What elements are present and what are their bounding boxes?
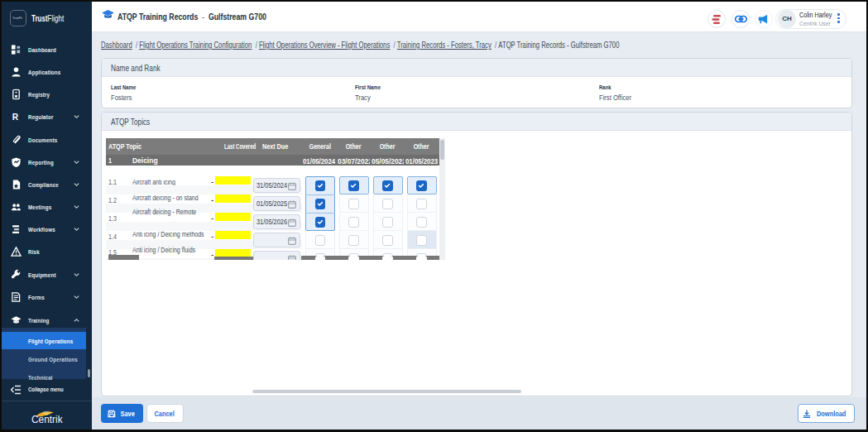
svg-text:Centrik: Centrik (31, 414, 63, 425)
svg-text:R: R (12, 113, 19, 122)
